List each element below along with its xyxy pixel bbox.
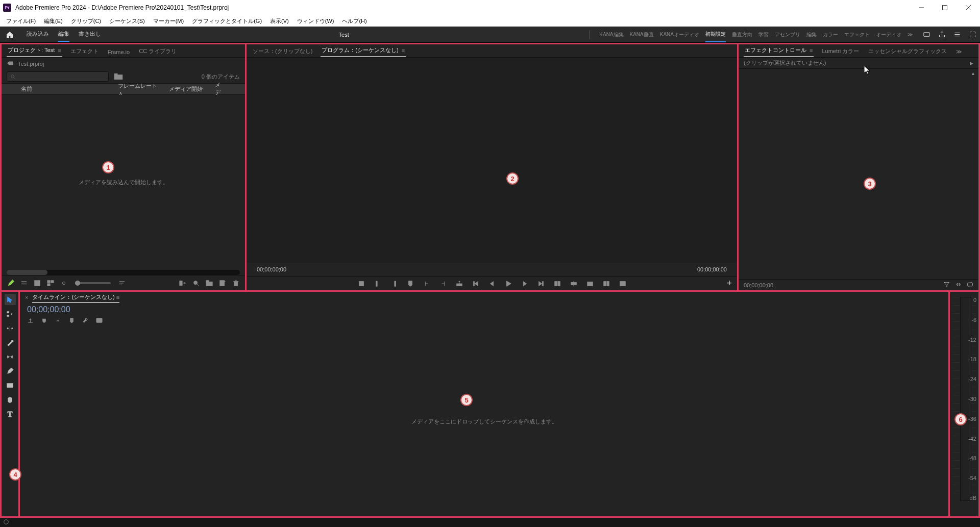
ws-tab[interactable]: カラー [823,31,838,38]
type-tool-icon[interactable] [5,408,16,419]
sort-icon[interactable] [118,279,126,287]
menu-marker[interactable]: マーカー(M) [149,16,188,26]
timeline-close-icon[interactable]: × [25,294,28,300]
loop-icon[interactable] [967,281,973,289]
pen-tool-icon[interactable] [5,365,16,377]
add-marker-icon[interactable] [357,279,366,288]
track-select-tool-icon[interactable] [5,308,16,319]
tab-timeline[interactable]: タイムライン：(シーケンスなし) ≡ [32,292,119,303]
write-indicator-icon[interactable] [7,279,15,287]
share-icon[interactable] [934,27,949,42]
linked-selection-icon[interactable] [55,317,61,325]
ws-tab[interactable]: 学習 [758,31,769,38]
thumbnail-size-slider[interactable] [75,282,111,284]
ws-tab[interactable]: エフェクト [844,31,870,38]
overflow-icon[interactable]: ≫ [908,32,913,37]
insert-icon[interactable] [569,279,578,288]
marker-icon[interactable] [406,279,415,288]
home-button[interactable] [0,27,19,43]
menu-graphics[interactable]: グラフィックとタイトル(G) [188,16,266,26]
menu-clip[interactable]: クリップ(C) [67,16,105,26]
rectangle-tool-icon[interactable] [5,380,16,391]
step-back-icon[interactable] [471,279,480,288]
timeline-drop-area[interactable]: メディアをここにドロップしてシーケンスを作成します。 [20,327,948,516]
mark-in-icon[interactable] [373,279,382,288]
find-icon[interactable] [192,279,200,287]
ws-tab[interactable]: オーディオ [876,31,901,38]
frame-forward-icon[interactable] [520,279,529,288]
ws-tab[interactable]: 初期設定 [705,31,726,42]
lift-icon[interactable] [455,279,464,288]
ripple-edit-tool-icon[interactable] [5,322,16,334]
col-framerate[interactable]: フレームレート∧ [114,82,165,96]
timeline-timecode[interactable]: 00;00;00;00 [27,305,943,314]
ws-tab[interactable]: 編集 [806,31,817,38]
tab-effects[interactable]: エフェクト [69,45,100,57]
menu-sequence[interactable]: シーケンス(S) [105,16,149,26]
hand-tool-icon[interactable] [5,394,16,405]
program-right-timecode[interactable]: 00;00;00;00 [697,266,727,272]
go-to-in-icon[interactable] [422,279,431,288]
quick-export-icon[interactable] [919,27,934,42]
step-forward-icon[interactable] [536,279,546,288]
workspace-menu-icon[interactable] [949,27,965,42]
insert-overwrite-icon[interactable] [27,317,34,325]
col-media-start[interactable]: メディア開始 [165,85,211,93]
mode-tab-export[interactable]: 書き出し [79,30,101,39]
keyframe-nav-icon[interactable] [955,281,962,289]
project-breadcrumb[interactable]: Test.prproj [2,58,245,70]
tab-effect-controls[interactable]: エフェクトコントロール≡ [744,44,814,57]
col-name[interactable]: 名前 [17,85,114,93]
extract-icon[interactable] [553,279,562,288]
tab-essential-graphics[interactable]: エッセンシャルグラフィックス [867,45,948,57]
menu-help[interactable]: ヘルプ(H) [338,16,371,26]
bin-back-icon[interactable] [7,60,14,67]
new-item-icon[interactable] [218,279,227,287]
trash-icon[interactable] [232,279,240,287]
menu-view[interactable]: 表示(V) [266,16,293,26]
menu-edit[interactable]: 編集(E) [40,16,67,26]
list-view-icon[interactable] [20,279,28,287]
new-bin-button-icon[interactable] [205,279,213,287]
tab-lumetri-color[interactable]: Lumetri カラー [821,45,860,57]
mark-out-icon[interactable] [389,279,399,288]
tab-project[interactable]: プロジェクト: Test≡ [7,44,62,57]
ws-tab[interactable]: アセンブリ [775,31,800,38]
tab-program-monitor[interactable]: プログラム：(シーケンスなし)≡ [321,44,406,57]
safe-margins-icon[interactable] [618,279,627,288]
automate-to-sequence-icon[interactable] [179,279,187,287]
effect-controls-expand-icon[interactable]: ▶ [970,61,973,66]
mode-tab-import[interactable]: 読み込み [27,30,49,39]
menu-window[interactable]: ウィンドウ(W) [293,16,338,26]
project-h-scrollbar[interactable] [7,270,240,275]
snap-icon[interactable] [41,317,47,325]
menu-file[interactable]: ファイル(F) [2,16,40,26]
ws-tab[interactable]: 垂直方向 [732,31,752,38]
freeform-view-icon[interactable] [46,279,55,287]
effect-controls-collapse-icon[interactable]: ▲ [971,71,975,76]
slip-tool-icon[interactable] [5,351,16,362]
go-to-out-icon[interactable] [438,279,448,288]
new-bin-icon[interactable] [114,73,123,80]
ws-tab[interactable]: KANA垂直 [630,31,654,38]
mode-tab-edit[interactable]: 編集 [58,30,69,42]
project-drop-area[interactable]: メディアを読み込んで開始します。 [2,94,245,270]
tab-overflow[interactable]: ≫ [955,46,963,57]
razor-tool-icon[interactable] [5,337,16,348]
ws-tab[interactable]: KANA編集 [599,31,623,38]
tab-frameio[interactable]: Frame.io [107,47,131,57]
play-icon[interactable] [504,279,513,288]
comparison-view-icon[interactable] [602,279,611,288]
tab-source-monitor[interactable]: ソース：(クリップなし) [252,45,313,57]
program-left-timecode[interactable]: 00;00;00;00 [257,266,286,272]
project-search-input[interactable] [7,71,109,82]
icon-view-icon[interactable] [33,279,41,287]
add-marker-timeline-icon[interactable] [68,317,75,325]
frame-back-icon[interactable] [487,279,497,288]
ws-tab[interactable]: KANAオーディオ [660,31,699,38]
tab-cclib[interactable]: CC ライブラリ [138,45,178,57]
window-maximize-button[interactable] [933,0,957,15]
window-close-button[interactable] [957,0,980,15]
fullscreen-icon[interactable] [965,27,980,42]
program-monitor-view[interactable] [247,58,737,263]
